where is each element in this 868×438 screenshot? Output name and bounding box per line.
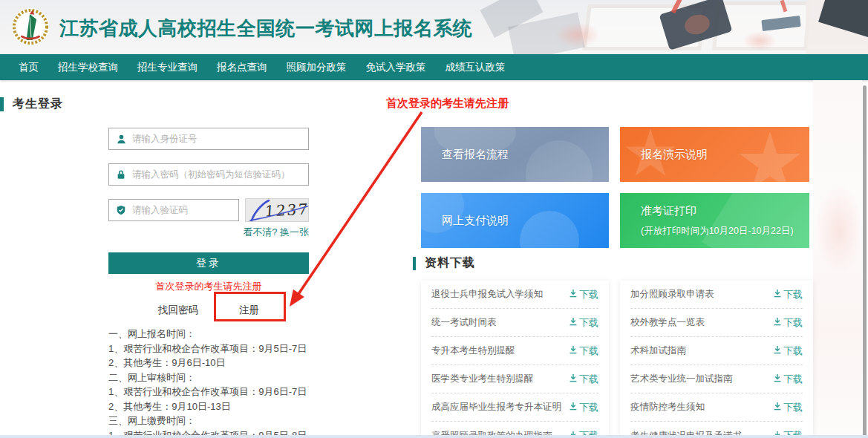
section-accent-bar [413,257,416,270]
downloads-section-title: 资料下载 [413,255,475,271]
download-link[interactable]: 下载 [569,344,598,358]
download-action-label: 下载 [579,288,598,301]
download-link[interactable]: 下载 [773,344,803,358]
download-link[interactable]: 下载 [569,401,598,414]
deco-tassel [555,22,600,48]
download-item-label: 加分照顾录取申请表 [630,288,714,301]
download-item: 专升本考生特别提醒 下载 [431,337,598,365]
download-icon [569,345,578,356]
notice-line: 三、网上缴费时间： [108,414,405,428]
downloads-section-heading: 资料下载 [425,255,475,271]
downloads-column-left: 退役士兵申报免试入学须知 下载 统一考试时间表 下载 专升本考生特别提醒 下载 … [421,281,609,438]
notice-block: 一、网上报名时间： 1、艰苦行业和校企合作改革项目：9月5日-7日 2、其他考生… [108,327,405,438]
download-link[interactable]: 下载 [773,401,803,414]
download-link[interactable]: 下载 [773,373,803,386]
download-item-label: 疫情防控考生须知 [630,401,705,414]
download-item: 术科加试指南 下载 [630,337,803,365]
notice-line: 1、艰苦行业和校企合作改革项目：9月6日-7日 [108,385,405,399]
shield-check-icon [116,205,132,215]
download-link[interactable]: 下载 [569,373,598,386]
main-nav: 首页 招生学校查询 招生专业查询 报名点查询 照顾加分政策 免试入学政策 成绩互… [0,54,868,80]
download-icon [569,373,578,385]
download-action-label: 下载 [783,288,803,301]
nav-major-query[interactable]: 招生专业查询 [137,61,198,74]
captcha-field [108,199,239,221]
download-item: 加分照顾录取申请表 下载 [630,281,803,309]
download-item: 校外教学点一览表 下载 [630,309,803,337]
deco-tassel [743,31,777,50]
download-item: 统一考试时间表 下载 [431,309,598,337]
download-icon [773,402,782,413]
download-icon [569,289,578,300]
nav-registration-point-query[interactable]: 报名点查询 [217,61,267,74]
download-icon [773,373,782,385]
download-icon [773,289,782,300]
downloads-column-right: 加分照顾录取申请表 下载 校外教学点一览表 下载 术科加试指南 下载 艺术类专业… [620,281,813,438]
download-icon [773,317,782,328]
download-item-label: 专升本考生特别提醒 [431,344,515,357]
notice-line: 2、其他考生：9月6日-10日 [108,356,405,370]
bottom-edge [0,435,868,438]
id-number-input[interactable] [132,129,308,148]
download-item-label: 医学类专业考生特别提醒 [431,373,534,385]
captcha-scribble [246,199,309,222]
site-title: 江苏省成人高校招生全国统一考试网上报名系统 [59,16,473,42]
login-section-title: 考生登录 [0,97,63,112]
download-link[interactable]: 下载 [569,316,598,330]
download-item: 退役士兵申报免试入学须知 下载 [431,281,598,309]
download-item-label: 艺术类专业统一加试指南 [630,373,733,385]
captcha-input[interactable] [132,200,238,220]
download-link[interactable]: 下载 [773,316,803,330]
nav-exam-exemption-policy[interactable]: 免试入学政策 [366,61,426,74]
download-action-label: 下载 [783,316,803,330]
panel-view-registration-process[interactable]: 查看报名流程 [421,127,609,182]
notice-line: 二、网上审核时间： [108,370,405,385]
download-item-label: 校外教学点一览表 [630,316,705,329]
download-action-label: 下载 [579,373,598,386]
download-item-label: 统一考试时间表 [431,316,497,329]
download-item-label: 退役士兵申报免试入学须知 [431,288,543,301]
download-icon [569,317,578,328]
captcha-refresh-link[interactable]: 看不清? 换一张 [108,226,309,239]
download-link[interactable]: 下载 [569,288,598,301]
user-icon [116,134,132,145]
nav-bonus-points-policy[interactable]: 照顾加分政策 [287,61,347,74]
download-action-label: 下载 [579,316,598,330]
nav-score-recognition-policy[interactable]: 成绩互认政策 [446,61,506,74]
vertical-scrollbar[interactable] [863,85,867,437]
login-button[interactable]: 登录 [108,252,309,274]
lock-icon [116,169,132,180]
deco-photo-blob [815,186,863,275]
notice-line: 1、艰苦行业和校企合作改革项目：9月5日-7日 [108,341,405,356]
download-item: 医学类专业考生特别提醒 下载 [431,365,598,393]
download-icon [773,345,782,356]
download-item-label: 术科加试指南 [630,344,686,357]
id-number-field [108,128,309,150]
school-emblem-icon [10,7,50,47]
password-input[interactable] [132,165,308,184]
download-action-label: 下载 [579,401,598,414]
panel-registration-demo[interactable]: 报名演示说明 [620,127,809,182]
captcha-image[interactable]: 1237 [245,198,309,222]
nav-home[interactable]: 首页 [19,61,39,74]
section-accent-bar [0,97,4,111]
login-section-heading: 考生登录 [13,97,63,112]
panel-online-payment-info[interactable]: 网上支付说明 [421,193,609,248]
page: 江苏省成人高校招生全国统一考试网上报名系统 首页 招生学校查询 招生专业查询 报… [0,0,868,438]
download-item-label: 成高应届毕业生报考专升本证明 [431,401,561,414]
forgot-password-link[interactable]: 找回密码 [158,304,198,317]
panel-sublabel: (开放打印时间为10月20日-10月22日) [641,225,794,238]
annotation-register-hint: 首次登录的考生请先注册 [386,97,509,111]
download-item: 疫情防控考生须知 下载 [630,393,803,422]
annotation-register-box [214,292,286,321]
download-action-label: 下载 [783,344,803,358]
panel-admission-ticket-print[interactable]: 准考证打印 (开放打印时间为10月20日-10月22日) [620,193,809,248]
notice-line: 2、其他考生：9月10日-13日 [108,399,405,414]
download-item: 成高应届毕业生报考专升本证明 下载 [431,393,598,422]
panel-label: 查看报名流程 [442,148,509,162]
download-action-label: 下载 [579,344,598,358]
download-icon [569,402,578,413]
nav-school-query[interactable]: 招生学校查询 [58,61,118,74]
download-link[interactable]: 下载 [773,288,803,301]
download-action-label: 下载 [783,401,803,414]
